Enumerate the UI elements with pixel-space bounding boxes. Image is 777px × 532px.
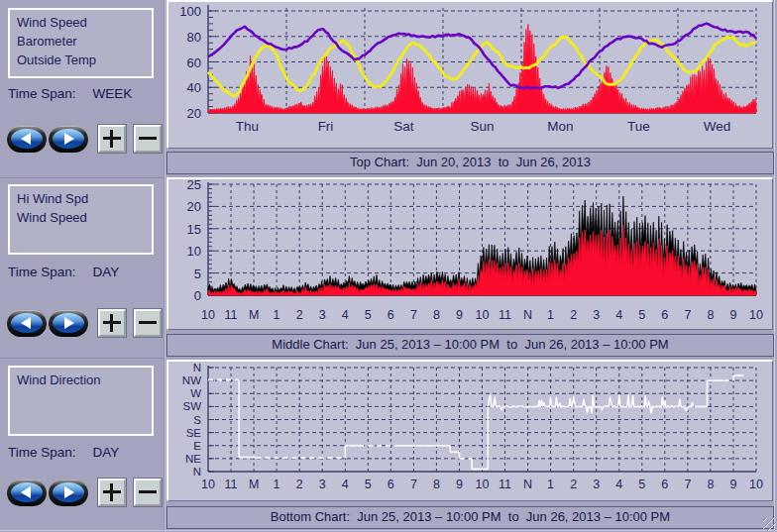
- svg-text:Thu: Thu: [236, 119, 259, 134]
- svg-text:M: M: [249, 478, 259, 491]
- next-button[interactable]: [49, 479, 88, 506]
- svg-text:8: 8: [707, 478, 714, 491]
- resize-grip[interactable]: [763, 518, 776, 531]
- chart-nav-buttons: [7, 479, 162, 506]
- svg-text:10: 10: [201, 478, 215, 491]
- left-arrow-icon: [11, 482, 43, 502]
- svg-text:4: 4: [615, 308, 622, 322]
- svg-text:11: 11: [499, 478, 511, 491]
- zoom-in-button[interactable]: [98, 479, 126, 506]
- svg-text:3: 3: [593, 478, 600, 491]
- series-list[interactable]: Wind Direction: [8, 366, 154, 436]
- svg-text:2: 2: [296, 478, 303, 491]
- list-item[interactable]: Wind Speed: [17, 208, 152, 227]
- svg-text:9: 9: [730, 308, 737, 322]
- list-item[interactable]: Wind Direction: [17, 371, 152, 389]
- svg-text:11: 11: [225, 308, 238, 322]
- svg-text:10: 10: [749, 478, 763, 491]
- svg-text:1: 1: [274, 478, 280, 491]
- time-span-value: WEEK: [93, 86, 133, 101]
- next-button[interactable]: [49, 310, 88, 337]
- svg-text:8: 8: [433, 478, 440, 491]
- svg-text:Mon: Mon: [547, 119, 573, 134]
- zoom-out-button[interactable]: [134, 479, 162, 506]
- svg-text:Fri: Fri: [318, 119, 334, 134]
- svg-text:S: S: [193, 414, 201, 426]
- svg-text:60: 60: [187, 55, 201, 70]
- svg-text:5: 5: [365, 308, 372, 322]
- svg-text:N: N: [193, 362, 201, 373]
- svg-text:SE: SE: [186, 427, 202, 439]
- time-span-row: Time Span:DAY: [8, 445, 119, 460]
- svg-text:3: 3: [319, 308, 326, 322]
- prev-button[interactable]: [7, 310, 47, 337]
- svg-text:15: 15: [187, 222, 201, 237]
- middle-chart-panel: 05101520251011M1234567891011N12345678910: [166, 177, 773, 330]
- time-span-label: Time Span:: [8, 445, 76, 460]
- svg-text:8: 8: [707, 308, 714, 322]
- prev-button[interactable]: [7, 479, 47, 506]
- list-item[interactable]: Barometer: [17, 32, 152, 51]
- top-chart-caption: Top Chart: Jun 20, 2013 to Jun 26, 2013: [166, 152, 774, 174]
- svg-text:11: 11: [225, 478, 238, 491]
- svg-text:M: M: [249, 308, 259, 322]
- chart-nav-buttons: [7, 125, 162, 153]
- zoom-out-button[interactable]: [134, 309, 162, 337]
- svg-text:NW: NW: [182, 374, 201, 386]
- svg-text:80: 80: [187, 30, 201, 45]
- svg-text:6: 6: [661, 478, 668, 491]
- svg-text:10: 10: [476, 478, 490, 491]
- svg-text:0: 0: [194, 288, 201, 303]
- bottom-chart-caption: Bottom Chart: Jun 25, 2013 – 10:00 PM to…: [166, 506, 774, 529]
- svg-text:8: 8: [433, 308, 440, 322]
- svg-text:Sat: Sat: [393, 119, 414, 134]
- right-arrow-icon: [53, 482, 84, 502]
- time-span-value: DAY: [93, 265, 120, 279]
- svg-text:7: 7: [684, 308, 691, 322]
- svg-text:W: W: [190, 387, 201, 399]
- svg-text:1: 1: [547, 308, 554, 322]
- svg-text:100: 100: [179, 4, 201, 19]
- zoom-out-button[interactable]: [134, 125, 162, 153]
- svg-text:5: 5: [638, 478, 645, 491]
- svg-text:E: E: [193, 440, 201, 452]
- svg-text:7: 7: [410, 478, 417, 491]
- svg-text:1: 1: [547, 478, 554, 491]
- chart-nav-buttons: [7, 309, 162, 337]
- svg-text:Wed: Wed: [704, 119, 731, 134]
- svg-text:9: 9: [456, 308, 463, 322]
- svg-text:5: 5: [365, 478, 372, 491]
- list-item[interactable]: Hi Wind Spd: [17, 189, 152, 208]
- svg-text:6: 6: [661, 308, 668, 322]
- time-span-label: Time Span:: [8, 265, 76, 279]
- svg-text:4: 4: [342, 478, 349, 491]
- series-list[interactable]: Hi Wind Spd Wind Speed: [8, 184, 154, 255]
- right-arrow-icon: [53, 313, 84, 333]
- prev-button[interactable]: [7, 126, 47, 153]
- svg-text:40: 40: [187, 80, 201, 95]
- svg-text:5: 5: [194, 266, 201, 281]
- svg-text:7: 7: [410, 308, 417, 322]
- middle-chart-caption: Middle Chart: Jun 25, 2013 – 10:00 PM to…: [166, 334, 774, 357]
- time-span-row: Time Span:WEEK: [8, 86, 132, 101]
- list-item[interactable]: Wind Speed: [17, 13, 152, 32]
- weather-app-window: Wind Speed Barometer Outside Temp Time S…: [0, 0, 777, 532]
- window-edge-highlight: [774, 0, 775, 532]
- svg-text:2: 2: [570, 478, 577, 491]
- next-button[interactable]: [49, 126, 88, 153]
- time-span-value: DAY: [93, 445, 120, 460]
- svg-text:4: 4: [342, 308, 349, 322]
- svg-text:11: 11: [499, 308, 511, 322]
- list-item[interactable]: Outside Temp: [17, 51, 152, 69]
- series-list[interactable]: Wind Speed Barometer Outside Temp: [8, 8, 154, 78]
- svg-text:25: 25: [187, 179, 201, 192]
- svg-text:N: N: [523, 308, 532, 322]
- svg-text:1: 1: [274, 308, 280, 322]
- zoom-in-button[interactable]: [98, 309, 126, 337]
- window-edge-highlight: [0, 530, 777, 531]
- zoom-in-button[interactable]: [98, 125, 126, 153]
- svg-text:3: 3: [319, 478, 326, 491]
- svg-text:N: N: [523, 478, 532, 491]
- svg-text:3: 3: [593, 308, 600, 322]
- time-span-row: Time Span:DAY: [8, 265, 119, 279]
